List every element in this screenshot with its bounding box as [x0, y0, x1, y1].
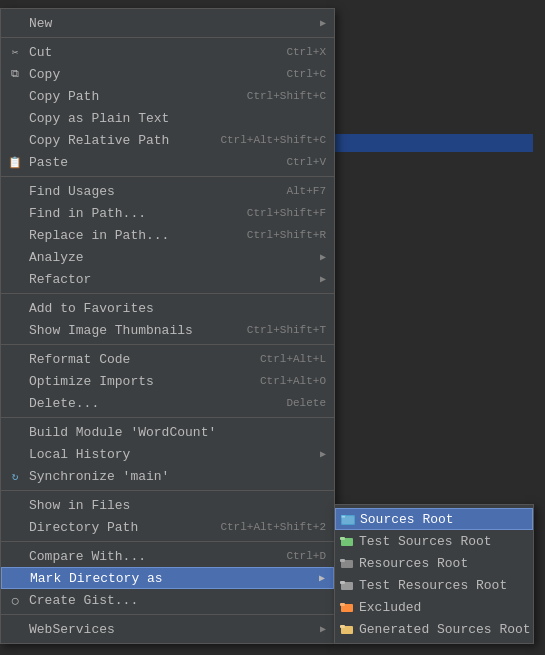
- menu-label-mark-directory: Mark Directory as: [30, 571, 163, 586]
- menu-label-show-thumbnails: Show Image Thumbnails: [29, 323, 193, 338]
- submenu-item-generated-sources-root[interactable]: Generated Sources Root: [335, 618, 533, 640]
- arrow-icon-refactor: ▶: [320, 273, 326, 285]
- context-menu: New ▶ ✂ Cut Ctrl+X ⧉ Copy Ctrl+C Copy Pa…: [0, 8, 335, 644]
- shortcut-delete: Delete: [266, 397, 326, 409]
- menu-item-cut[interactable]: ✂ Cut Ctrl+X: [1, 41, 334, 63]
- submenu-item-test-sources-root[interactable]: Test Sources Root: [335, 530, 533, 552]
- menu-item-copy-plain[interactable]: Copy as Plain Text: [1, 107, 334, 129]
- shortcut-find-path: Ctrl+Shift+F: [227, 207, 326, 219]
- submenu-label-test-sources-root: Test Sources Root: [359, 534, 492, 549]
- submenu-item-resources-root[interactable]: Resources Root: [335, 552, 533, 574]
- menu-item-create-gist[interactable]: ◯ Create Gist...: [1, 589, 334, 611]
- menu-item-find-usages[interactable]: Find Usages Alt+F7: [1, 180, 334, 202]
- menu-item-compare-with[interactable]: Compare With... Ctrl+D: [1, 545, 334, 567]
- submenu-item-excluded[interactable]: Excluded: [335, 596, 533, 618]
- submenu-item-test-resources-root[interactable]: Test Resources Root: [335, 574, 533, 596]
- copy-icon: ⧉: [7, 66, 23, 82]
- menu-item-delete[interactable]: Delete... Delete: [1, 392, 334, 414]
- menu-item-copy-relative[interactable]: Copy Relative Path Ctrl+Alt+Shift+C: [1, 129, 334, 151]
- shortcut-show-thumbnails: Ctrl+Shift+T: [227, 324, 326, 336]
- submenu-label-generated-sources-root: Generated Sources Root: [359, 622, 531, 637]
- menu-item-webservices[interactable]: WebServices ▶: [1, 618, 334, 640]
- menu-item-directory-path[interactable]: Directory Path Ctrl+Alt+Shift+2: [1, 516, 334, 538]
- menu-label-copy-path: Copy Path: [29, 89, 99, 104]
- menu-label-new: New: [29, 16, 52, 31]
- menu-label-compare-with: Compare With...: [29, 549, 146, 564]
- separator-1: [1, 37, 334, 38]
- separator-8: [1, 614, 334, 615]
- menu-label-add-favorites: Add to Favorites: [29, 301, 154, 316]
- submenu-item-sources-root[interactable]: Sources Root: [335, 508, 533, 530]
- menu-label-paste: Paste: [29, 155, 68, 170]
- gist-icon: ◯: [7, 592, 23, 608]
- menu-label-show-files: Show in Files: [29, 498, 130, 513]
- folder-green-icon: [339, 534, 355, 548]
- menu-item-mark-directory[interactable]: Mark Directory as ▶: [1, 567, 334, 589]
- menu-label-copy-relative: Copy Relative Path: [29, 133, 169, 148]
- menu-item-replace-path[interactable]: Replace in Path... Ctrl+Shift+R: [1, 224, 334, 246]
- cut-icon: ✂: [7, 44, 23, 60]
- separator-2: [1, 176, 334, 177]
- svg-rect-11: [340, 603, 345, 606]
- arrow-icon-local-history: ▶: [320, 448, 326, 460]
- menu-item-paste[interactable]: 📋 Paste Ctrl+V: [1, 151, 334, 173]
- menu-label-synchronize: Synchronize 'main': [29, 469, 169, 484]
- menu-label-cut: Cut: [29, 45, 52, 60]
- menu-label-analyze: Analyze: [29, 250, 84, 265]
- menu-item-show-files[interactable]: Show in Files: [1, 494, 334, 516]
- shortcut-reformat: Ctrl+Alt+L: [240, 353, 326, 365]
- menu-label-directory-path: Directory Path: [29, 520, 138, 535]
- arrow-icon-mark-directory: ▶: [319, 572, 325, 584]
- menu-label-find-usages: Find Usages: [29, 184, 115, 199]
- svg-rect-9: [340, 581, 345, 584]
- svg-rect-5: [340, 537, 345, 540]
- folder-yellow-icon: [339, 622, 355, 636]
- shortcut-compare-with: Ctrl+D: [266, 550, 326, 562]
- folder-gray2-icon: [339, 578, 355, 592]
- menu-item-copy[interactable]: ⧉ Copy Ctrl+C: [1, 63, 334, 85]
- shortcut-directory-path: Ctrl+Alt+Shift+2: [200, 521, 326, 533]
- arrow-icon-analyze: ▶: [320, 251, 326, 263]
- shortcut-paste: Ctrl+V: [266, 156, 326, 168]
- menu-label-replace-path: Replace in Path...: [29, 228, 169, 243]
- separator-5: [1, 417, 334, 418]
- menu-label-local-history: Local History: [29, 447, 130, 462]
- folder-orange-icon: [339, 600, 355, 614]
- shortcut-optimize: Ctrl+Alt+O: [240, 375, 326, 387]
- shortcut-copy: Ctrl+C: [266, 68, 326, 80]
- menu-item-find-path[interactable]: Find in Path... Ctrl+Shift+F: [1, 202, 334, 224]
- submenu-label-excluded: Excluded: [359, 600, 421, 615]
- menu-label-webservices: WebServices: [29, 622, 115, 637]
- menu-item-copy-path[interactable]: Copy Path Ctrl+Shift+C: [1, 85, 334, 107]
- arrow-icon-new: ▶: [320, 17, 326, 29]
- menu-label-copy-plain: Copy as Plain Text: [29, 111, 169, 126]
- shortcut-copy-relative: Ctrl+Alt+Shift+C: [200, 134, 326, 146]
- separator-3: [1, 293, 334, 294]
- submenu-mark-directory: Sources Root Test Sources Root Resources…: [334, 504, 534, 644]
- paste-icon: 📋: [7, 154, 23, 170]
- separator-7: [1, 541, 334, 542]
- menu-label-build-module: Build Module 'WordCount': [29, 425, 216, 440]
- separator-4: [1, 344, 334, 345]
- menu-item-analyze[interactable]: Analyze ▶: [1, 246, 334, 268]
- menu-label-optimize: Optimize Imports: [29, 374, 154, 389]
- submenu-label-test-resources-root: Test Resources Root: [359, 578, 507, 593]
- sync-icon: ↻: [7, 468, 23, 484]
- menu-item-add-favorites[interactable]: Add to Favorites: [1, 297, 334, 319]
- menu-item-show-thumbnails[interactable]: Show Image Thumbnails Ctrl+Shift+T: [1, 319, 334, 341]
- folder-blue-icon: [340, 512, 356, 526]
- menu-item-reformat[interactable]: Reformat Code Ctrl+Alt+L: [1, 348, 334, 370]
- folder-gray-icon: [339, 556, 355, 570]
- menu-item-build-module[interactable]: Build Module 'WordCount': [1, 421, 334, 443]
- submenu-label-sources-root: Sources Root: [360, 512, 454, 527]
- menu-item-refactor[interactable]: Refactor ▶: [1, 268, 334, 290]
- separator-6: [1, 490, 334, 491]
- shortcut-replace-path: Ctrl+Shift+R: [227, 229, 326, 241]
- menu-item-synchronize[interactable]: ↻ Synchronize 'main': [1, 465, 334, 487]
- arrow-icon-webservices: ▶: [320, 623, 326, 635]
- menu-item-new[interactable]: New ▶: [1, 12, 334, 34]
- menu-item-optimize[interactable]: Optimize Imports Ctrl+Alt+O: [1, 370, 334, 392]
- menu-item-local-history[interactable]: Local History ▶: [1, 443, 334, 465]
- shortcut-copy-path: Ctrl+Shift+C: [227, 90, 326, 102]
- menu-label-create-gist: Create Gist...: [29, 593, 138, 608]
